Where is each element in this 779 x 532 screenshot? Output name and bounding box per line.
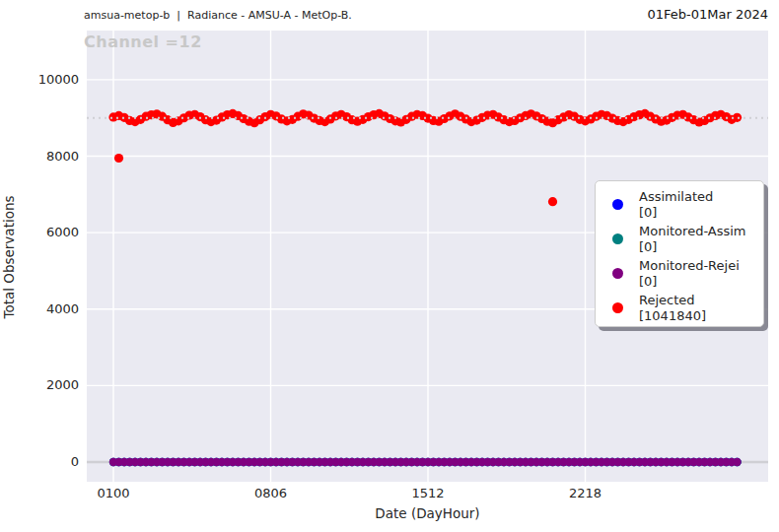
legend-series-count: [0] <box>639 205 713 221</box>
y-tick-label: 0 <box>0 454 79 470</box>
data-point-monitored-rejei <box>733 458 741 466</box>
legend-marker-monitored-assim-icon <box>612 233 623 244</box>
legend-item-monitored-rejei: Monitored-Rejei[0] <box>605 256 763 291</box>
x-tick-label: 2218 <box>556 486 615 501</box>
legend-series-name: Rejected <box>639 293 706 308</box>
date-range-label: 01Feb-01Mar 2024 <box>647 7 768 22</box>
legend-label-assimilated: Assimilated[0] <box>639 189 713 221</box>
y-tick-label: 10000 <box>0 72 79 88</box>
legend: Assimilated[0]Monitored-Assim[0]Monitore… <box>595 180 764 327</box>
legend-item-assimilated: Assimilated[0] <box>605 187 763 222</box>
legend-marker-rejected-icon <box>612 302 623 313</box>
legend-item-rejected: Rejected[1041840] <box>605 291 763 325</box>
channel-annotation: Channel =12 <box>84 33 202 51</box>
x-tick-label: 1512 <box>398 486 458 501</box>
y-axis-label: Total Observations <box>1 134 17 380</box>
legend-series-count: [1041840] <box>639 308 706 324</box>
legend-series-count: [0] <box>639 274 740 290</box>
plot-title: amsua-metop-b | Radiance - AMSU-A - MetO… <box>84 9 352 22</box>
legend-series-name: Assimilated <box>639 189 713 205</box>
legend-series-name: Monitored-Assim <box>639 224 746 239</box>
legend-label-monitored-assim: Monitored-Assim[0] <box>639 224 746 255</box>
legend-item-monitored-assim: Monitored-Assim[0] <box>605 222 763 256</box>
legend-marker-monitored-rejei-icon <box>612 268 623 279</box>
legend-marker-assimilated-icon <box>612 199 623 210</box>
legend-label-monitored-rejei: Monitored-Rejei[0] <box>639 258 740 290</box>
legend-label-rejected: Rejected[1041840] <box>639 293 706 324</box>
x-axis-label: Date (DayHour) <box>87 505 768 521</box>
outlier-point-rejected <box>548 197 557 206</box>
legend-series-name: Monitored-Rejei <box>639 258 740 274</box>
data-point-rejected <box>733 113 742 122</box>
outlier-point-rejected <box>114 154 123 163</box>
legend-series-count: [0] <box>639 239 746 255</box>
x-tick-label: 0806 <box>242 486 301 501</box>
chart-figure: amsua-metop-b | Radiance - AMSU-A - MetO… <box>0 0 779 532</box>
x-tick-label: 0100 <box>84 486 143 501</box>
